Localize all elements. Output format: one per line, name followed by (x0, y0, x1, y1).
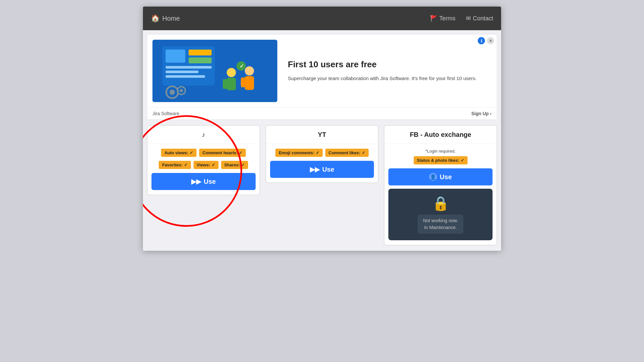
favorites-check: ✓ (184, 162, 188, 167)
svg-rect-7 (166, 75, 205, 78)
music-ff-icon: ▶▶ (191, 178, 201, 185)
maintenance-line2: In Maintenance. (424, 225, 457, 230)
music-use-label: Use (204, 178, 216, 185)
fb-use-button[interactable]: 👤 Use (388, 168, 493, 185)
home-nav-item[interactable]: 🏠 Home (151, 14, 180, 23)
svg-point-11 (180, 89, 183, 92)
yt-use-label: Use (322, 166, 334, 173)
auto-views-tag: Auto views: ✓ (161, 149, 196, 157)
svg-rect-5 (166, 66, 212, 69)
music-card: ♪ Auto views: ✓ Comment hearts: ✓ Favori… (147, 125, 260, 195)
yt-ff-icon: ▶▶ (310, 165, 320, 173)
cards-grid: ♪ Auto views: ✓ Comment hearts: ✓ Favori… (143, 120, 501, 251)
shares-check: ✓ (241, 162, 245, 167)
fb-card-body: *Login required. Status & photo likes: ✓… (384, 144, 496, 245)
maintenance-line1: Not working now. (423, 218, 458, 223)
views-tag: Views: ✓ (194, 161, 218, 169)
yt-card-body: Emoji comments: ✓ Comment likes: ✓ ▶▶ Us… (266, 144, 378, 182)
ad-text: First 10 users are free Supercharge your… (288, 59, 492, 82)
yt-card: YT Emoji comments: ✓ Comment likes: ✓ ▶▶… (265, 125, 379, 183)
svg-rect-2 (166, 50, 185, 63)
lock-icon: 🔒 (432, 195, 449, 211)
fb-label: FB - Auto exchange (410, 131, 471, 138)
ad-banner: ℹ ✕ (147, 34, 497, 120)
ad-close-button[interactable]: ✕ (487, 37, 494, 44)
contact-link[interactable]: ✉ Contact (466, 15, 493, 22)
comment-likes-check: ✓ (362, 150, 365, 155)
ad-footer: Jira Software Sign Up › (147, 107, 497, 119)
svg-point-9 (170, 90, 175, 95)
music-card-body: Auto views: ✓ Comment hearts: ✓ Favorite… (148, 144, 260, 195)
status-photo-likes-tag: Status & photo likes: ✓ (414, 156, 468, 164)
chevron-right-icon: › (490, 111, 492, 116)
yt-card-wrapper: YT Emoji comments: ✓ Comment likes: ✓ ▶▶… (265, 125, 379, 183)
svg-point-16 (245, 66, 254, 75)
svg-point-12 (227, 68, 236, 77)
svg-rect-6 (166, 71, 198, 73)
status-photo-check: ✓ (461, 158, 464, 163)
views-check: ✓ (212, 162, 215, 167)
home-label: Home (162, 15, 180, 22)
fb-use-label: Use (440, 173, 452, 181)
terms-link[interactable]: 🚩 Terms (430, 15, 455, 22)
svg-rect-4 (189, 57, 212, 63)
navbar: 🏠 Home 🚩 Terms ✉ Contact (143, 7, 501, 30)
auto-views-check: ✓ (190, 150, 193, 155)
signup-label: Sign Up (471, 111, 489, 116)
yt-label: YT (318, 131, 326, 138)
comment-likes-tag: Comment likes: ✓ (325, 149, 369, 157)
music-tags-row: Auto views: ✓ Comment hearts: ✓ (151, 149, 256, 157)
yt-tags-row: Emoji comments: ✓ Comment likes: ✓ (270, 149, 374, 157)
music-card-wrapper: ♪ Auto views: ✓ Comment hearts: ✓ Favori… (147, 125, 260, 195)
advertiser-name: Jira Software (152, 111, 179, 116)
music-use-button[interactable]: ▶▶ Use (151, 173, 256, 190)
svg-rect-14 (223, 79, 227, 89)
ad-info-button[interactable]: ℹ (478, 37, 485, 44)
contact-mail-icon: ✉ (466, 15, 471, 22)
home-icon: 🏠 (151, 14, 160, 23)
signup-link[interactable]: Sign Up › (471, 111, 492, 116)
fb-card: FB - Auto exchange *Login required. Stat… (384, 125, 497, 245)
favorites-tag: Favorites: ✓ (159, 161, 191, 169)
nav-right: 🚩 Terms ✉ Contact (430, 15, 493, 22)
yt-use-button[interactable]: ▶▶ Use (270, 161, 374, 178)
yt-card-header: YT (266, 126, 378, 144)
music-icon: ♪ (202, 131, 205, 138)
fb-card-wrapper: FB - Auto exchange *Login required. Stat… (384, 125, 497, 245)
svg-rect-3 (189, 50, 212, 55)
music-card-header: ♪ (148, 126, 260, 144)
shares-tag: Shares: ✓ (221, 161, 248, 169)
emoji-comments-tag: Emoji comments: ✓ (275, 149, 322, 157)
ad-content: ✓ First 10 users are free Supercharge yo… (147, 34, 497, 107)
terms-flag-icon: 🚩 (430, 15, 437, 22)
comment-hearts-check: ✓ (239, 150, 242, 155)
ad-controls: ℹ ✕ (478, 37, 494, 44)
fb-tags-row: Status & photo likes: ✓ (388, 156, 493, 164)
svg-rect-19 (249, 77, 254, 87)
ad-description: Supercharge your team collaboration with… (288, 75, 492, 82)
maintenance-text: Not working now. In Maintenance. (418, 215, 463, 234)
ad-title: First 10 users are free (288, 59, 492, 70)
account-icon: 👤 (429, 173, 437, 181)
comment-hearts-tag: Comment hearts: ✓ (199, 149, 246, 157)
music-tags-row-2: Favorites: ✓ Views: ✓ Shares: ✓ (151, 161, 256, 169)
maintenance-card: 🔒 Not working now. In Maintenance. (388, 189, 493, 240)
browser-window: 🏠 Home 🚩 Terms ✉ Contact ℹ ✕ (143, 7, 501, 251)
svg-rect-15 (231, 79, 236, 89)
ad-image: ✓ (152, 40, 277, 102)
svg-rect-18 (241, 77, 245, 87)
svg-text:✓: ✓ (240, 63, 244, 69)
fb-card-header: FB - Auto exchange (384, 126, 496, 144)
emoji-comments-check: ✓ (316, 150, 319, 155)
fb-login-note: *Login required. (388, 149, 493, 154)
